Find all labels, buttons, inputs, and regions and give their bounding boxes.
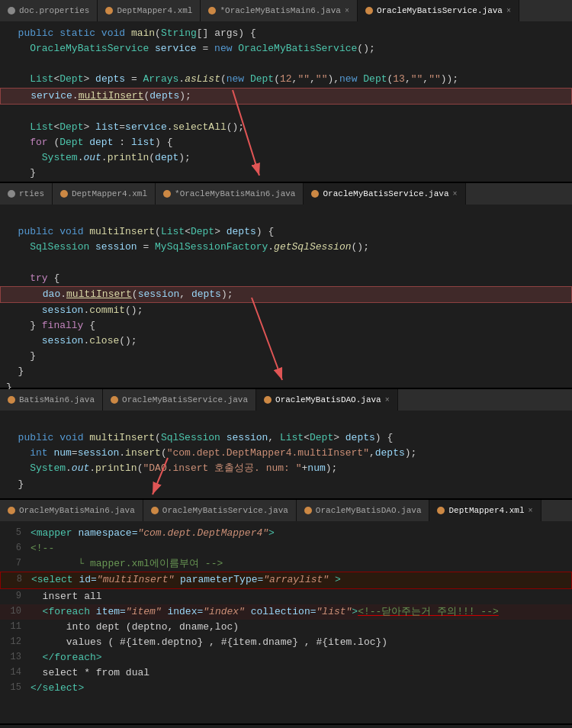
code-line: public static void main(String[] args) { xyxy=(0,26,572,41)
line-number: 15 xyxy=(6,681,21,696)
tab-bar-3: BatisMain6.java OracleMyBatisService.jav… xyxy=(0,389,572,411)
line-number: 13 xyxy=(6,650,21,665)
tab-main6-4[interactable]: OracleMyBatisMain6.java xyxy=(0,500,143,521)
tab-label: *OracleMyBatisMain6.java xyxy=(175,189,295,198)
tab-rties[interactable]: rties xyxy=(0,183,53,205)
code-line xyxy=(0,415,572,430)
tab-service-3[interactable]: OracleMyBatisService.java xyxy=(103,389,256,411)
tab-icon-s4 xyxy=(151,507,159,514)
tab-deptmapper2[interactable]: DeptMapper4.xml xyxy=(53,183,156,205)
tab-service-4[interactable]: OracleMyBatisService.java xyxy=(143,500,297,521)
code-line: for (Dept dept : list) { xyxy=(0,135,572,150)
tab-icon-s3 xyxy=(111,396,118,404)
line-number: 10 xyxy=(6,604,21,620)
code-area-1: public static void main(String[] args) {… xyxy=(0,21,572,201)
tab-label: DeptMapper4.xml xyxy=(117,6,192,15)
code-area-2: public void multiInsert(List<Dept> depts… xyxy=(0,205,572,400)
line-number: 14 xyxy=(6,665,21,681)
close-icon-active[interactable]: × xyxy=(506,7,511,15)
code-line: int num=session.insert("com.dept.DeptMap… xyxy=(0,446,572,461)
code-line: System.out.println(dept); xyxy=(0,150,572,166)
code-line: } xyxy=(0,166,572,181)
tab-dao-4[interactable]: OracleMyBatisDAO.java xyxy=(297,500,430,521)
tab-label: rties xyxy=(19,189,44,198)
close-icon-4[interactable]: × xyxy=(529,507,533,515)
tab-main6-3[interactable]: BatisMain6.java xyxy=(0,389,103,411)
tab-icon-m3 xyxy=(8,396,15,404)
close-icon-3[interactable]: × xyxy=(385,396,390,404)
code-line xyxy=(0,209,572,224)
line-number: 9 xyxy=(6,589,21,604)
code-area-4: 5 <mapper namespace="com.dept.DeptMapper… xyxy=(0,521,572,701)
tab-icon-2 xyxy=(105,7,113,14)
tab-icon-s2 xyxy=(311,190,319,198)
tab-xml-4[interactable]: DeptMapper4.xml × xyxy=(429,500,541,521)
code-line: System.out.println("DAO.insert 호출성공. num… xyxy=(0,461,572,476)
line-number: 5 xyxy=(6,526,21,541)
code-line: public void multiInsert(SqlSession sessi… xyxy=(0,430,572,446)
line-number: 11 xyxy=(6,620,21,635)
tab-deptmapper[interactable]: DeptMapper4.xml xyxy=(98,0,201,21)
xml-code-line: 11 into dept (deptno, dname,loc) xyxy=(0,620,572,635)
code-line: OracleMyBatisService service = new Oracl… xyxy=(0,41,572,56)
editor-pane-2: rties DeptMapper4.xml *OracleMyBatisMain… xyxy=(0,183,572,389)
xml-code-line: 12 values ( #{item.deptno} , #{item.dnam… xyxy=(0,635,572,650)
tab-icon-x4 xyxy=(437,507,445,514)
tab-main6-modified[interactable]: *OracleMyBatisMain6.java × xyxy=(201,0,357,21)
code-line: List<Dept> depts = Arrays.asList(new Dep… xyxy=(0,72,572,87)
close-icon-2[interactable]: × xyxy=(453,190,458,198)
xml-code-line: 15 </select> xyxy=(0,681,572,696)
tab-label: DeptMapper4.xml xyxy=(448,506,524,515)
code-line: session.close(); xyxy=(0,333,572,349)
code-line: public void multiInsert(List<Dept> depts… xyxy=(0,224,572,240)
tab-label: doc.properties xyxy=(19,6,89,15)
tab-bar-2: rties DeptMapper4.xml *OracleMyBatisMain… xyxy=(0,183,572,205)
xml-code-line-highlighted: 8 <select id="multiInsert" parameterType… xyxy=(0,572,572,588)
line-number: 6 xyxy=(6,541,21,556)
tab-doc-properties[interactable]: doc.properties xyxy=(0,0,98,21)
tab-label: OracleMyBatisDAO.java xyxy=(316,506,422,515)
tab-label: *OracleMyBatisMain6.java xyxy=(220,6,340,15)
tab-label: OracleMyBatisService.java xyxy=(377,6,503,15)
tab-icon-d3 xyxy=(264,396,272,404)
line-number: 7 xyxy=(6,556,21,572)
code-area-3: public void multiInsert(SqlSession sessi… xyxy=(0,411,572,497)
tab-service-2[interactable]: OracleMyBatisService.java × xyxy=(304,183,465,205)
xml-code-line: 13 </foreach> xyxy=(0,650,572,665)
code-line xyxy=(0,56,572,72)
code-line: } xyxy=(0,349,572,364)
tab-label: OracleMyBatisMain6.java xyxy=(19,506,135,515)
code-line: SqlSession session = MySqlSessionFactory… xyxy=(0,240,572,255)
tab-service-active[interactable]: OracleMyBatisService.java × xyxy=(358,0,519,21)
tab-icon-3 xyxy=(208,7,216,14)
code-line: List<Dept> list=service.selectAll(); xyxy=(0,120,572,135)
tab-icon-1 xyxy=(8,7,15,14)
xml-code-line: 14 select * from dual xyxy=(0,665,572,681)
tab-label: DeptMapper4.xml xyxy=(72,189,147,198)
code-line: session.commit(); xyxy=(0,303,572,318)
xml-code-line: 9 insert all xyxy=(0,589,572,604)
code-line: } finally { xyxy=(0,318,572,333)
xml-code-line: 10 <foreach item="item" index="index" co… xyxy=(0,604,572,620)
code-line-highlighted: dao.multiInsert(session, depts); xyxy=(0,286,572,303)
code-line-highlighted: service.multiInsert(depts); xyxy=(0,88,572,105)
line-number: 12 xyxy=(6,635,21,650)
tab-icon-m2 xyxy=(163,190,171,198)
tab-bar-4: OracleMyBatisMain6.java OracleMyBatisSer… xyxy=(0,500,572,521)
xml-code-line: 7 └ mapper.xml에이름부여 --> xyxy=(0,556,572,572)
editor-pane-1: doc.properties DeptMapper4.xml *OracleMy… xyxy=(0,0,572,183)
tab-label: OracleMyBatisDAO.java xyxy=(275,395,381,404)
tab-label: OracleMyBatisService.java xyxy=(162,506,288,515)
tab-main6-2[interactable]: *OracleMyBatisMain6.java xyxy=(156,183,304,205)
editor-pane-3: BatisMain6.java OracleMyBatisService.jav… xyxy=(0,389,572,500)
code-line: try { xyxy=(0,271,572,286)
tab-label: OracleMyBatisService.java xyxy=(323,189,448,198)
xml-code-line: 6 <!-- xyxy=(0,541,572,556)
tab-label: OracleMyBatisService.java xyxy=(122,395,248,404)
tab-dao-3[interactable]: OracleMyBatisDAO.java × xyxy=(256,389,398,411)
line-number: 8 xyxy=(7,572,22,588)
code-line: } xyxy=(0,364,572,379)
xml-code-line: 5 <mapper namespace="com.dept.DeptMapper… xyxy=(0,526,572,541)
tab-icon-r xyxy=(8,190,15,198)
close-icon[interactable]: × xyxy=(345,7,349,15)
